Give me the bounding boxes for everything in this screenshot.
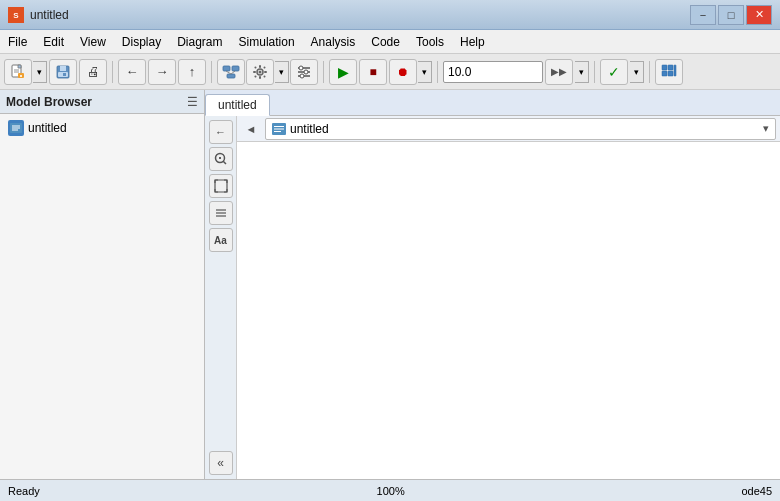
svg-line-16 [231, 71, 235, 74]
svg-rect-19 [259, 65, 261, 68]
menu-display[interactable]: Display [114, 30, 169, 53]
model-browser-title: Model Browser [6, 95, 92, 109]
tree-item-icon [8, 120, 24, 136]
breadcrumb-dropdown[interactable]: ▾ [763, 122, 769, 135]
toolbar: ▾ 🖨 ← → ↑ [0, 54, 780, 90]
text-tool-button[interactable]: Aa [209, 228, 233, 252]
svg-rect-23 [254, 66, 257, 69]
breadcrumb-icon [272, 123, 286, 135]
svg-rect-12 [223, 66, 230, 71]
menu-tools[interactable]: Tools [408, 30, 452, 53]
menu-simulation[interactable]: Simulation [231, 30, 303, 53]
stop-button[interactable]: ■ [359, 59, 387, 85]
svg-rect-26 [254, 75, 257, 78]
window-title: untitled [30, 8, 69, 22]
main-area: Model Browser ☰ untitled [0, 90, 780, 479]
check-dropdown[interactable]: ▾ [630, 61, 644, 83]
tab-bar: untitled [205, 90, 780, 116]
svg-rect-34 [668, 65, 673, 70]
svg-rect-46 [215, 180, 227, 192]
tree-item-untitled[interactable]: untitled [4, 118, 200, 138]
library-button[interactable] [655, 59, 683, 85]
menu-code[interactable]: Code [363, 30, 408, 53]
svg-point-18 [259, 70, 262, 73]
layers-button[interactable] [209, 201, 233, 225]
tab-untitled[interactable]: untitled [205, 94, 270, 116]
record-dropdown[interactable]: ▾ [418, 61, 432, 83]
record-group: ⏺ ▾ [389, 59, 432, 85]
sep2 [211, 61, 212, 83]
svg-line-15 [226, 71, 231, 74]
editor-area: untitled ← [205, 90, 780, 479]
sep3 [323, 61, 324, 83]
model-browser-menu-icon[interactable]: ☰ [187, 95, 198, 109]
minimize-button[interactable]: − [690, 5, 716, 25]
save-button[interactable] [49, 59, 77, 85]
menu-bar: File Edit View Display Diagram Simulatio… [0, 30, 780, 54]
menu-help[interactable]: Help [452, 30, 493, 53]
drawing-canvas[interactable] [237, 142, 780, 479]
canvas-breadcrumb: untitled ▾ [265, 118, 776, 140]
sep1 [112, 61, 113, 83]
new-dropdown[interactable]: ▾ [33, 61, 47, 83]
up-button[interactable]: ↑ [178, 59, 206, 85]
redo-button[interactable]: → [148, 59, 176, 85]
settings-dropdown[interactable]: ▾ [275, 61, 289, 83]
model-browser-icons: ☰ [187, 95, 198, 109]
svg-line-45 [223, 161, 226, 164]
title-bar-controls: − □ ✕ [690, 5, 772, 25]
menu-analysis[interactable]: Analysis [303, 30, 364, 53]
fit-view-button[interactable] [209, 174, 233, 198]
svg-text:S: S [13, 11, 19, 20]
status-bar: Ready 100% ode45 [0, 479, 780, 501]
file-buttons-group: ▾ [4, 59, 47, 85]
svg-point-31 [304, 70, 308, 74]
svg-rect-13 [232, 66, 239, 71]
settings-button[interactable] [246, 59, 274, 85]
canvas-container: ◄ untitled ▾ [237, 116, 780, 479]
time-expand-button[interactable]: ▶▶ [545, 59, 573, 85]
menu-diagram[interactable]: Diagram [169, 30, 230, 53]
check-button[interactable]: ✓ [600, 59, 628, 85]
close-button[interactable]: ✕ [746, 5, 772, 25]
svg-rect-24 [263, 75, 266, 78]
params-button[interactable] [290, 59, 318, 85]
svg-rect-9 [60, 66, 66, 71]
print-button[interactable]: 🖨 [79, 59, 107, 85]
svg-rect-14 [227, 74, 235, 78]
new-button[interactable] [4, 59, 32, 85]
model-buttons-group: ▾ [217, 59, 318, 85]
record-button[interactable]: ⏺ [389, 59, 417, 85]
svg-rect-33 [662, 65, 667, 70]
run-button[interactable]: ▶ [329, 59, 357, 85]
svg-rect-36 [668, 71, 673, 76]
sim-time-input[interactable] [443, 61, 543, 83]
svg-rect-11 [63, 73, 66, 76]
menu-file[interactable]: File [0, 30, 35, 53]
canvas-nav: ◄ untitled ▾ [237, 116, 780, 142]
sep5 [594, 61, 595, 83]
zoom-in-button[interactable] [209, 147, 233, 171]
title-bar-left: S untitled [8, 7, 69, 23]
nav-back-button[interactable]: ← [209, 120, 233, 144]
model-browser-header: Model Browser ☰ [0, 90, 204, 114]
undo-button[interactable]: ← [118, 59, 146, 85]
canvas-area: ← [205, 116, 780, 479]
model-view-button[interactable] [217, 59, 245, 85]
collapse-panel-button[interactable]: « [209, 451, 233, 475]
model-browser-panel: Model Browser ☰ untitled [0, 90, 205, 479]
sep6 [649, 61, 650, 83]
maximize-button[interactable]: □ [718, 5, 744, 25]
svg-rect-22 [264, 71, 267, 73]
model-browser-content: untitled [0, 114, 204, 479]
solver-label: ode45 [741, 485, 772, 497]
menu-edit[interactable]: Edit [35, 30, 72, 53]
time-dropdown[interactable]: ▾ [575, 61, 589, 83]
canvas-left-tools: ← [205, 116, 237, 479]
menu-view[interactable]: View [72, 30, 114, 53]
canvas-nav-back[interactable]: ◄ [241, 119, 261, 139]
status-text: Ready [8, 485, 40, 497]
breadcrumb-label: untitled [290, 122, 329, 136]
svg-rect-25 [263, 66, 266, 69]
svg-rect-20 [259, 76, 261, 79]
